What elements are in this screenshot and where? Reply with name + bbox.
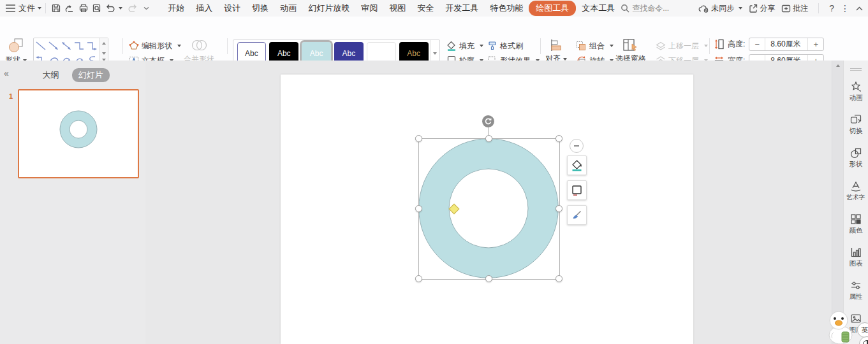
slide-thumbnail-selected[interactable] [18,89,139,178]
outline-color-icon [571,184,583,196]
resize-handle-w[interactable] [415,205,422,212]
donut-shape[interactable] [418,138,559,278]
assistant-mascot-duck[interactable] [825,310,862,344]
search-placeholder: 查找命令... [632,3,669,14]
fill-button[interactable]: 填充 [446,40,483,52]
animation-icon [850,81,862,92]
gallery-scroll-down-icon[interactable] [99,48,108,59]
gallery-scroll-up-icon[interactable] [99,38,108,48]
arrow-shape-icon[interactable] [47,40,60,52]
edit-shape-button[interactable]: 编辑形状 [129,40,181,52]
export-button[interactable] [63,2,77,15]
tab-security[interactable]: 安全 [411,1,439,15]
resize-handle-sw[interactable] [415,275,422,282]
scroll-up-icon[interactable] [836,64,840,67]
collapse-ribbon-icon[interactable] [856,6,863,11]
more-options-button[interactable]: ⋮ [841,3,850,13]
chevron-down-icon [177,45,181,47]
tab-transition[interactable]: 切换 [246,1,274,15]
slide-number: 1 [9,92,13,100]
ribbon-tabs: 开始 插入 设计 切换 动画 幻灯片放映 审阅 视图 安全 开发工具 特色功能 … [162,1,621,16]
sidebar-item-label: 形状 [850,160,863,169]
sidebar-item-shapes[interactable]: 形状 [844,147,868,169]
resize-handle-n[interactable] [485,135,492,142]
height-increase-button[interactable]: + [808,38,823,50]
undo-dropdown-icon[interactable] [119,7,122,10]
line-shape-icon[interactable] [34,40,47,52]
undo-button[interactable] [103,2,122,15]
sidebar-item-label: 属性 [850,292,863,301]
height-decrease-button[interactable]: − [749,38,765,50]
resize-handle-s[interactable] [485,275,492,282]
tab-design[interactable]: 设计 [218,1,246,15]
edit-shape-label: 编辑形状 [142,41,172,52]
tab-view[interactable]: 视图 [383,1,411,15]
vertical-scrollbar[interactable] [832,61,844,344]
file-menu[interactable]: 文件 [18,3,41,14]
sidebar-item-chart[interactable]: 图表 [844,247,868,268]
rotation-handle[interactable] [482,115,494,127]
sync-status-button[interactable]: 未同步 [698,3,742,14]
resize-handle-se[interactable] [555,275,563,282]
resize-handle-nw[interactable] [415,135,422,142]
save-button[interactable] [50,2,63,15]
share-button[interactable]: 分享 [749,3,775,14]
collapse-quick-toolbar-button[interactable] [570,139,584,153]
height-value[interactable]: 8.60厘米 [765,38,808,50]
language-badge-label: 英 [862,326,868,335]
quick-fill-color-button[interactable] [567,155,587,175]
tab-review[interactable]: 审阅 [355,1,383,15]
sidebar-item-properties[interactable]: 属性 [844,280,868,301]
sync-status-label: 未同步 [711,3,734,14]
sidebar-item-label: 艺术字 [847,194,865,202]
tab-insert[interactable]: 插入 [190,1,218,15]
qat-customize-chevron-icon[interactable] [140,2,153,15]
style-preset-label: Abc [374,49,388,58]
group-icon [576,41,587,51]
quick-style-brush-button[interactable] [567,205,587,225]
shapes-icon [8,37,24,54]
comment-button[interactable]: 批注 [781,3,808,14]
group-label: 组合 [589,41,605,52]
tab-animation[interactable]: 动画 [274,1,302,15]
slide-thumbnail-donut-shape [19,90,138,177]
format-painter-button[interactable]: 格式刷 [487,40,523,52]
sidebar-item-animation[interactable]: 动画 [844,81,868,103]
quick-outline-color-button[interactable] [567,180,587,200]
style-preset-label: Abc [277,49,291,58]
sidebar-drag-handle[interactable] [850,67,862,72]
search-command-box[interactable]: 查找命令... [621,3,669,14]
align-icon [549,38,563,52]
menu-bar: 文件 开始 插入 设计 切换 动画 幻灯片放映 审阅 视图 安全 开发工具 特色… [0,0,868,17]
minus-icon [574,145,579,147]
tab-home[interactable]: 开始 [162,1,190,15]
tab-slides-active[interactable]: 幻灯片 [72,68,110,82]
height-stepper[interactable]: − 8.60厘米 + [749,38,824,51]
tab-drawing-tools-active[interactable]: 绘图工具 [529,1,576,16]
elbow-arrow-connector-icon[interactable] [85,40,98,52]
double-arrow-shape-icon[interactable] [60,40,73,52]
divider [122,38,123,54]
share-icon [749,4,758,13]
group-button[interactable]: 组合 [576,40,614,52]
tab-text-tools[interactable]: 文本工具 [576,1,621,15]
style-preset-label: Abc [310,49,323,58]
sidebar-item-wordart[interactable]: 艺术字 [844,180,868,202]
help-button[interactable]: ? [829,3,834,13]
print-button[interactable] [77,2,90,15]
chevron-down-icon [704,45,708,47]
tab-outline[interactable]: 大纲 [36,68,66,82]
elbow-connector-icon[interactable] [73,40,85,52]
hamburger-menu-icon[interactable] [4,2,17,15]
sidebar-item-transition[interactable]: 切换 [844,114,868,136]
sidebar-item-label: 颜色 [850,226,863,235]
tab-special-features[interactable]: 特色功能 [484,1,529,15]
tab-slideshow[interactable]: 幻灯片放映 [302,1,355,15]
resize-handle-e[interactable] [555,205,563,212]
print-preview-button[interactable] [90,2,103,15]
sidebar-item-color[interactable]: 颜色 [844,213,868,235]
cloud-sync-icon [698,4,709,13]
tab-developer[interactable]: 开发工具 [439,1,484,15]
resize-handle-ne[interactable] [555,135,563,142]
comment-label: 批注 [793,3,808,14]
